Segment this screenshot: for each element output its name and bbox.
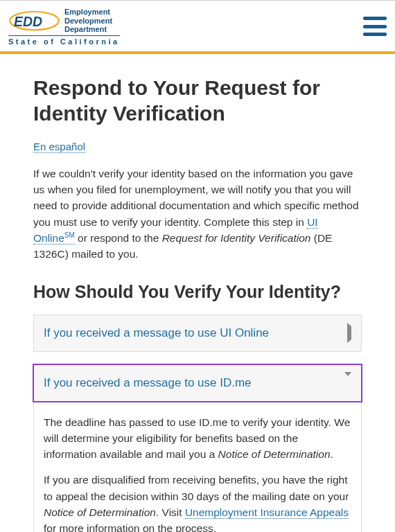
site-header: EDD Employment Development Department St… — [0, 0, 395, 51]
edd-logo-mark: EDD — [8, 8, 60, 33]
accordion-title: If you received a message to use UI Onli… — [44, 326, 269, 339]
appeals-link[interactable]: Unemployment Insurance Appeals — [185, 506, 349, 519]
accordion-idme: If you received a message to use ID.me T… — [33, 364, 362, 532]
svg-text:EDD: EDD — [14, 14, 42, 29]
idme-paragraph-2: If you are disqualified from receiving b… — [44, 472, 351, 532]
verify-heading: How Should You Verify Your Identity? — [33, 282, 362, 302]
main-content: Respond to Your Request for Identity Ver… — [0, 54, 395, 532]
page-title: Respond to Your Request for Identity Ver… — [33, 75, 362, 127]
accordion-body-idme: The deadline has passed to use ID.me to … — [33, 402, 362, 532]
edd-logo-subline: State of California — [8, 35, 120, 46]
menu-icon[interactable] — [363, 17, 387, 36]
intro-paragraph: If we couldn't verify your identity base… — [33, 166, 362, 263]
edd-logo-text: Employment Development Department — [64, 8, 112, 34]
spanish-link[interactable]: En español — [33, 141, 85, 153]
accordion-ui-online: If you received a message to use UI Onli… — [33, 314, 362, 352]
form-name: Request for Identity Verification — [162, 232, 311, 244]
accordion-title: If you received a message to use ID.me — [44, 376, 252, 389]
chevron-right-icon — [347, 326, 351, 340]
chevron-down-icon — [344, 376, 351, 390]
accordion-header-ui-online[interactable]: If you received a message to use UI Onli… — [33, 314, 362, 352]
idme-paragraph-1: The deadline has passed to use ID.me to … — [44, 414, 351, 463]
edd-logo[interactable]: EDD Employment Development Department St… — [8, 8, 120, 46]
accordion-header-idme[interactable]: If you received a message to use ID.me — [33, 364, 362, 402]
